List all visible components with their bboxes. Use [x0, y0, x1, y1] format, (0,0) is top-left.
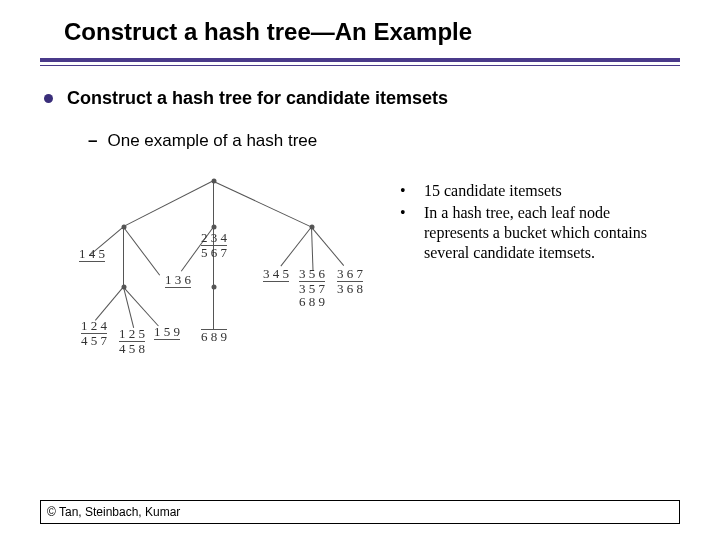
title-rule [40, 58, 680, 66]
leaf-356-top: 3 5 6 [299, 267, 325, 281]
bullet-level1: Construct a hash tree for candidate item… [44, 88, 676, 109]
bullet-text: Construct a hash tree for candidate item… [67, 88, 448, 109]
leaf-689: 6 8 9 [201, 329, 227, 344]
leaf-125-under: 4 5 8 [119, 341, 145, 356]
note-item: • 15 candidate itemsets [400, 181, 676, 201]
sub-bullet-text: One example of a hash tree [107, 131, 317, 151]
leaf-145-top: 1 4 5 [79, 247, 105, 261]
leaf-124-top: 1 2 4 [81, 319, 107, 333]
bullet-disc-icon [44, 94, 53, 103]
leaf-367-top: 3 6 7 [337, 267, 363, 281]
leaf-136-top: 1 3 6 [165, 273, 191, 287]
leaf-234-under: 5 6 7 [201, 245, 227, 260]
leaf-234-top: 2 3 4 [201, 231, 227, 245]
bullet-dot-icon: • [400, 203, 412, 263]
leaf-125-top: 1 2 5 [119, 327, 145, 341]
leaf-159-top: 1 5 9 [154, 325, 180, 339]
slide-content: Construct a hash tree for candidate item… [0, 66, 720, 379]
leaf-356-under: 3 5 7 6 8 9 [299, 281, 325, 309]
note-text-0: 15 candidate itemsets [424, 181, 562, 201]
note-text-1: In a hash tree, each leaf node represent… [424, 203, 676, 263]
leaf-124-under: 4 5 7 [81, 333, 107, 348]
dash-icon: – [88, 131, 97, 151]
bullet-dot-icon: • [400, 181, 412, 201]
leaf-367-under: 3 6 8 [337, 281, 363, 296]
slide-title: Construct a hash tree—An Example [0, 0, 720, 56]
leaf-345-top: 3 4 5 [263, 267, 289, 281]
bullet-level2: – One example of a hash tree [44, 131, 676, 151]
notes-block: • 15 candidate itemsets • In a hash tree… [364, 169, 676, 379]
hash-tree-figure: 1 4 5 2 3 4 5 6 7 1 2 4 4 5 7 1 2 5 4 5 … [64, 169, 364, 379]
footer-credit: © Tan, Steinbach, Kumar [40, 500, 680, 524]
note-item: • In a hash tree, each leaf node represe… [400, 203, 676, 263]
